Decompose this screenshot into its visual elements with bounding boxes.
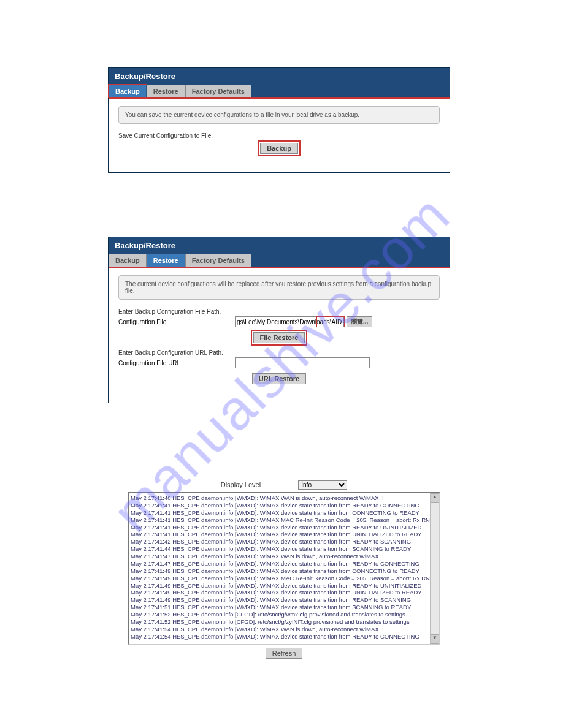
backup-panel: Backup/Restore Backup Restore Factory De… [108, 67, 450, 173]
backup-url-path-label: Enter Backup Configuration URL Path. [118, 349, 440, 356]
tab-restore[interactable]: Restore [147, 85, 185, 97]
log-scrollbar[interactable]: ▲ ▼ [430, 493, 439, 644]
tab-factory-defaults[interactable]: Factory Defaults [185, 85, 251, 97]
log-line: May 2 17:41:47 HES_CPE daemon.info [WMXD… [130, 553, 428, 560]
url-restore-button[interactable]: URL Restore [252, 373, 306, 384]
panel1-info: You can save the current device configur… [118, 106, 440, 124]
log-line: May 2 17:41:41 HES_CPE daemon.info [WMXD… [130, 509, 428, 517]
log-line: May 2 17:41:41 HES_CPE daemon.info [WMXD… [130, 517, 428, 524]
panel1-tabbar: Backup Restore Factory Defaults [109, 85, 450, 99]
panel1-title: Backup/Restore [109, 68, 450, 85]
file-restore-button[interactable]: File Restore [253, 332, 305, 343]
panel1-body: You can save the current device configur… [109, 99, 450, 172]
log-line: May 2 17:41:49 HES_CPE daemon.info [WMXD… [130, 567, 428, 575]
scroll-up-icon[interactable]: ▲ [431, 493, 439, 503]
tab-backup-2[interactable]: Backup [109, 254, 147, 267]
log-line: May 2 17:41:41 HES_CPE daemon.info [WMXD… [130, 502, 428, 509]
config-file-input[interactable] [235, 316, 344, 327]
panel2-title: Backup/Restore [109, 237, 450, 254]
backup-file-path-label: Enter Backup Configuration File Path. [118, 308, 440, 315]
log-line: May 2 17:41:52 HES_CPE daemon.info [CFGD… [130, 611, 428, 618]
config-file-lbl: Configuration File [118, 319, 235, 325]
log-line: May 2 17:41:49 HES_CPE daemon.info [WMXD… [130, 575, 428, 582]
display-level-label: Display Level [221, 481, 261, 488]
log-line: May 2 17:41:49 HES_CPE daemon.info [WMXD… [130, 596, 428, 604]
scroll-track[interactable] [431, 503, 439, 634]
panel2-tabbar: Backup Restore Factory Defaults [109, 254, 450, 268]
panel2-info: The current device configurations will b… [118, 275, 440, 300]
log-line: May 2 17:41:41 HES_CPE daemon.info [WMXD… [130, 531, 428, 538]
log-line: May 2 17:41:52 HES_CPE daemon.info [CFGD… [130, 618, 428, 626]
config-file-row: Configuration File 瀏覽... [118, 316, 440, 327]
log-line: May 2 17:41:44 HES_CPE daemon.info [WMXD… [130, 545, 428, 553]
config-url-row: Configuration File URL [118, 357, 440, 368]
log-line: May 2 17:41:49 HES_CPE daemon.info [WMXD… [130, 589, 428, 596]
log-line: May 2 17:41:54 HES_CPE daemon.info [WMXD… [130, 626, 428, 633]
save-config-label: Save Current Configuration to File. [118, 132, 440, 139]
log-section: Display Level Info May 2 17:41:40 HES_CP… [128, 480, 440, 659]
tab-restore-2[interactable]: Restore [147, 254, 185, 267]
log-textarea[interactable]: May 2 17:41:40 HES_CPE daemon.info [WMXD… [128, 492, 440, 645]
config-url-input[interactable] [235, 357, 370, 368]
browse-button[interactable]: 瀏覽... [347, 316, 372, 327]
log-header: Display Level Info [128, 480, 440, 490]
log-line: May 2 17:41:47 HES_CPE daemon.info [WMXD… [130, 560, 428, 567]
refresh-button[interactable]: Refresh [266, 648, 303, 659]
log-line: May 2 17:41:41 HES_CPE daemon.info [WMXD… [130, 524, 428, 531]
panel2-body: The current device configurations will b… [109, 268, 450, 403]
tab-factory-defaults-2[interactable]: Factory Defaults [185, 254, 251, 267]
log-line: May 2 17:41:51 HES_CPE daemon.info [WMXD… [130, 604, 428, 611]
restore-panel: Backup/Restore Backup Restore Factory De… [108, 237, 450, 403]
config-url-lbl: Configuration File URL [118, 360, 235, 366]
backup-button[interactable]: Backup [260, 143, 298, 154]
tab-backup[interactable]: Backup [109, 85, 147, 97]
scroll-down-icon[interactable]: ▼ [431, 634, 439, 644]
log-line: May 2 17:41:49 HES_CPE daemon.info [WMXD… [130, 582, 428, 590]
log-line: May 2 17:41:54 HES_CPE daemon.info [WMXD… [130, 633, 428, 640]
log-line: May 2 17:41:40 HES_CPE daemon.info [WMXD… [130, 495, 428, 502]
display-level-select[interactable]: Info [298, 480, 347, 490]
log-line: May 2 17:41:42 HES_CPE daemon.info [WMXD… [130, 538, 428, 545]
